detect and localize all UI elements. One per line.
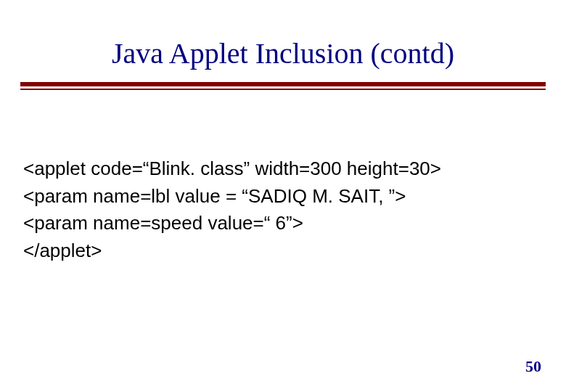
slide: Java Applet Inclusion (contd) <applet co…: [0, 0, 566, 392]
code-line: <param name=speed value=“ 6”>: [23, 210, 546, 237]
rule-thin: [20, 89, 546, 90]
slide-title: Java Applet Inclusion (contd): [20, 36, 546, 70]
code-line: <applet code=“Blink. class” width=300 he…: [23, 155, 546, 183]
title-rule: [20, 82, 546, 90]
code-line: <param name=lbl value = “SADIQ M. SAIT, …: [23, 183, 546, 211]
code-block: <applet code=“Blink. class” width=300 he…: [20, 155, 546, 265]
page-number: 50: [525, 357, 541, 376]
code-line: </applet>: [23, 237, 546, 265]
